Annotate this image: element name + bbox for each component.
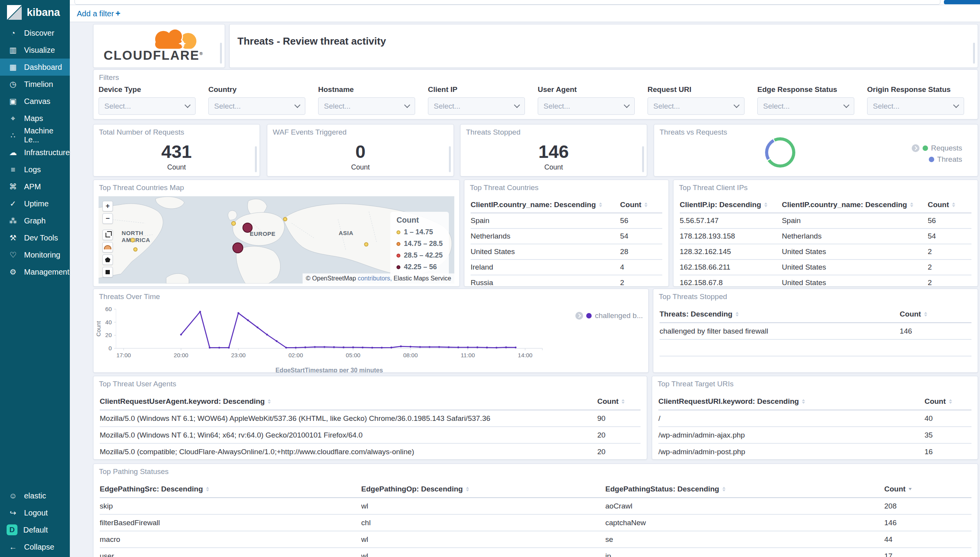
sidebar-item-logs[interactable]: ≡Logs xyxy=(0,161,70,178)
draw-dome-button[interactable] xyxy=(102,242,113,253)
sidebar-item-timelion[interactable]: ◷Timelion xyxy=(0,76,70,93)
threats-vs-requests-donut[interactable] xyxy=(765,137,795,168)
filter-select-device-type[interactable]: Select... xyxy=(99,97,196,115)
draw-bounds-button[interactable] xyxy=(102,230,113,240)
table-cell: 128.32.162.145 xyxy=(680,247,782,256)
legend-item-requests[interactable]: Requests xyxy=(912,144,962,152)
column-header[interactable]: Count xyxy=(884,485,971,493)
sidebar-item-infrastructure[interactable]: ☁Infrastructure xyxy=(0,144,70,161)
sidebar-item-apm[interactable]: ⌘APM xyxy=(0,178,70,195)
world-map[interactable]: NORTH AMERICAEUROPEASIA Count1 – 14.7514… xyxy=(99,196,454,284)
column-header[interactable]: ClientIP.ip: Descending xyxy=(680,201,782,209)
zoom-in-button[interactable]: + xyxy=(102,201,113,211)
panel-scrollbar[interactable] xyxy=(973,43,975,64)
map-point-ireland[interactable] xyxy=(231,221,236,226)
legend-item-challenged-by-filter-based-firewall[interactable]: challenged b... xyxy=(575,311,643,320)
select-placeholder: Select... xyxy=(214,102,241,111)
kibana-logo[interactable]: kibana xyxy=(0,0,70,24)
legend-toggle-icon[interactable] xyxy=(912,144,919,152)
filter-select-user-agent[interactable]: Select... xyxy=(538,97,635,115)
legend-toggle-icon[interactable] xyxy=(575,312,583,320)
column-header[interactable]: EdgePathingStatus: Descending xyxy=(605,485,884,493)
table-cell: United States xyxy=(782,247,928,256)
sidebar-item-logout[interactable]: ↪Logout xyxy=(0,504,70,521)
map-point-united-states[interactable] xyxy=(133,247,138,252)
column-header[interactable]: ClientRequestUserAgent.keyword: Descendi… xyxy=(100,397,597,406)
draw-polygon-button[interactable] xyxy=(102,254,113,265)
query-bar-bottom-edge[interactable] xyxy=(74,0,940,5)
threats-over-time-panel: Threats Over Time 020406017:0020:0023:00… xyxy=(93,289,649,373)
sidebar-item-monitoring[interactable]: ♡Monitoring xyxy=(0,246,70,263)
sort-icon xyxy=(952,202,955,207)
threats-vs-requests-panel: Threats vs Requests RequestsThreats xyxy=(654,124,978,176)
table-cell: user xyxy=(100,552,361,557)
sidebar-item-label: Management xyxy=(24,268,69,277)
zoom-out-button[interactable]: − xyxy=(102,213,113,224)
column-header[interactable]: ClientIP.country_name: Descending xyxy=(782,201,928,209)
table-cell: 5.56.57.147 xyxy=(680,216,782,225)
column-header[interactable]: Threats: Descending xyxy=(660,310,900,318)
filter-select-hostname[interactable]: Select... xyxy=(318,97,415,115)
sidebar-item-visualize[interactable]: ▥Visualize xyxy=(0,42,70,59)
column-header[interactable]: ClientRequestURI.keyword: Descending xyxy=(658,397,925,406)
sidebar-item-elastic[interactable]: ☺elastic xyxy=(0,487,70,504)
panel-scrollbar[interactable] xyxy=(449,146,451,172)
discover-icon: ◔ xyxy=(8,29,18,38)
panel-scrollbar[interactable] xyxy=(642,146,644,172)
table-row: 128.32.162.145United States2 xyxy=(680,244,971,260)
sidebar-item-maps[interactable]: ⌖Maps xyxy=(0,110,70,127)
space-badge-icon: D xyxy=(7,524,17,535)
graph-icon: ⁂ xyxy=(8,216,18,225)
filter-select-request-uri[interactable]: Select... xyxy=(648,97,745,115)
sidebar-item-canvas[interactable]: ▣Canvas xyxy=(0,93,70,110)
column-header[interactable]: Count xyxy=(900,310,971,318)
map-point-china[interactable] xyxy=(364,242,368,246)
column-header[interactable]: EdgePathingOp: Descending xyxy=(361,485,605,493)
map-point-spain[interactable] xyxy=(232,242,243,253)
threats-over-time-chart[interactable]: 020406017:0020:0023:0002:0005:0008:0011:… xyxy=(93,289,648,372)
sort-icon xyxy=(466,487,469,491)
sidebar-item-graph[interactable]: ⁂Graph xyxy=(0,212,70,229)
sidebar-item-management[interactable]: ⚙Management xyxy=(0,263,70,280)
draw-rectangle-button[interactable] xyxy=(102,267,113,277)
filter-select-client-ip[interactable]: Select... xyxy=(428,97,525,115)
add-filter-link[interactable]: Add a filter+ xyxy=(77,9,120,19)
sidebar-item-dashboard[interactable]: ▦Dashboard xyxy=(0,59,70,76)
filter-select-edge-response-status[interactable]: Select... xyxy=(757,97,854,115)
svg-text:11:00: 11:00 xyxy=(461,352,475,358)
sidebar-item-uptime[interactable]: ✓Uptime xyxy=(0,195,70,212)
map-point-united-states[interactable] xyxy=(130,238,135,242)
table-cell: 178.128.193.158 xyxy=(680,232,782,240)
legend-label: challenged b... xyxy=(595,311,643,320)
table-row: 178.128.193.158Netherlands54 xyxy=(680,229,971,244)
sidebar-item-collapse[interactable]: ←Collapse xyxy=(0,538,70,555)
legend-item-threats[interactable]: Threats xyxy=(929,155,962,164)
column-header[interactable]: EdgePathingSrc: Descending xyxy=(100,485,361,493)
sort-icon xyxy=(644,202,648,207)
sidebar-item-machine-le[interactable]: ∴Machine Le... xyxy=(0,127,70,144)
sidebar-item-default[interactable]: DDefault xyxy=(0,521,70,538)
column-header[interactable]: ClientIP.country_name: Descending xyxy=(471,201,620,209)
panel-scrollbar[interactable] xyxy=(220,43,222,64)
sort-icon xyxy=(909,488,912,490)
sidebar-item-discover[interactable]: ◔Discover xyxy=(0,24,70,42)
table-row: Russia2 xyxy=(471,275,662,287)
apm-icon: ⌘ xyxy=(8,182,18,191)
map-point-russia[interactable] xyxy=(283,217,287,221)
filter-select-origin-response-status[interactable]: Select... xyxy=(867,97,964,115)
attribution-link[interactable]: contributors, xyxy=(358,275,392,282)
panel-scrollbar[interactable] xyxy=(255,146,257,172)
column-header[interactable]: Count xyxy=(620,201,662,209)
chevron-down-icon xyxy=(734,102,740,108)
kibana-logo-icon xyxy=(7,5,22,20)
column-header[interactable]: Count xyxy=(925,397,971,406)
filter-select-country[interactable]: Select... xyxy=(208,97,305,115)
table-cell: captchaNew xyxy=(605,519,884,527)
svg-text:Count: Count xyxy=(95,321,102,337)
update-button-fragment[interactable] xyxy=(944,0,980,4)
sidebar-item-dev-tools[interactable]: ⚒Dev Tools xyxy=(0,229,70,246)
column-header[interactable]: Count xyxy=(597,397,641,406)
svg-text:EdgeStartTimestamp per 30 minu: EdgeStartTimestamp per 30 minutes xyxy=(275,367,383,372)
column-header[interactable]: Count xyxy=(928,201,971,209)
map-point-netherlands[interactable] xyxy=(242,223,253,233)
